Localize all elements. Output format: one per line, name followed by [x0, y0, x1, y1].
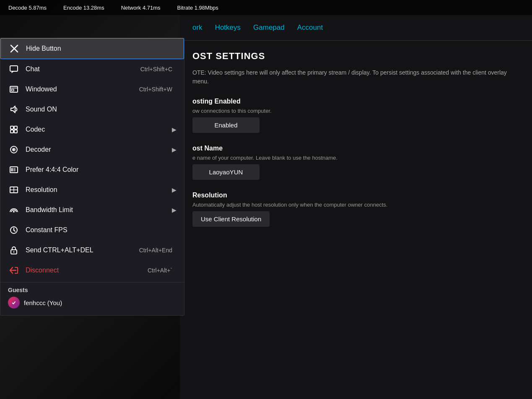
- menu-item-hide-button[interactable]: Hide Button: [0, 38, 184, 59]
- svg-rect-7: [10, 126, 13, 129]
- guest-name: fenhccc (You): [24, 299, 62, 306]
- menu-item-chat-label: Chat: [26, 65, 140, 73]
- color-icon: [8, 164, 20, 176]
- svg-marker-6: [11, 106, 15, 113]
- resolution-desc: Automatically adjust the host resolution…: [192, 202, 519, 208]
- menu-item-windowed-shortcut: Ctrl+Shift+W: [139, 86, 172, 93]
- settings-note: OTE: Video settings here will only affec…: [192, 68, 519, 86]
- menu-item-sound[interactable]: Sound ON: [0, 99, 184, 119]
- guests-label: Guests: [8, 287, 176, 293]
- tab-hotkeys[interactable]: Hotkeys: [215, 22, 241, 34]
- svg-point-19: [13, 211, 15, 212]
- menu-item-prefer-color[interactable]: Prefer 4:4:4 Color: [0, 160, 184, 180]
- svg-point-23: [13, 251, 15, 253]
- resolution-row: Resolution Automatically adjust the host…: [192, 192, 519, 227]
- hostname-label: ost Name: [192, 145, 519, 152]
- hosting-value-btn[interactable]: Enabled: [192, 117, 260, 133]
- resolution-icon: [8, 184, 20, 196]
- disconnect-icon: [8, 264, 20, 276]
- svg-point-21: [13, 230, 15, 231]
- menu-item-hide-button-label: Hide Button: [26, 45, 176, 52]
- stat-bitrate: Bitrate 1.98Mbps: [177, 5, 218, 11]
- tab-network[interactable]: ork: [192, 22, 202, 34]
- guest-avatar: [8, 297, 20, 308]
- bandwidth-icon: [8, 204, 20, 216]
- overlay-menu: Hide Button Chat Ctrl+Shift+C Windowed C…: [0, 38, 184, 316]
- settings-content: OST SETTINGS OTE: Video settings here wi…: [180, 41, 532, 249]
- resolution-value-btn[interactable]: Use Client Resolution: [192, 211, 270, 227]
- hosting-label: osting Enabled: [192, 98, 519, 105]
- resolution-label: Resolution: [192, 192, 519, 199]
- menu-item-send-cad-shortcut: Ctrl+Alt+End: [139, 247, 172, 254]
- resolution-arrow-icon: ▶: [172, 187, 176, 193]
- stat-decode: Decode 5.87ms: [8, 5, 47, 11]
- hosting-desc: ow connections to this computer.: [192, 108, 519, 114]
- guests-section: Guests fenhccc (You): [0, 282, 184, 311]
- svg-rect-2: [10, 66, 18, 71]
- menu-item-windowed-label: Windowed: [26, 86, 139, 93]
- svg-rect-9: [10, 130, 13, 133]
- menu-item-fps[interactable]: Constant FPS: [0, 220, 184, 240]
- menu-item-send-cad-label: Send CTRL+ALT+DEL: [26, 246, 139, 254]
- menu-item-windowed[interactable]: Windowed Ctrl+Shift+W: [0, 79, 184, 99]
- menu-item-bandwidth-label: Bandwidth Limit: [26, 206, 172, 214]
- menu-item-sound-label: Sound ON: [26, 106, 176, 113]
- hosting-row: osting Enabled ow connections to this co…: [192, 98, 519, 133]
- menu-item-chat[interactable]: Chat Ctrl+Shift+C: [0, 59, 184, 79]
- windowed-icon: [8, 83, 20, 95]
- decoder-arrow-icon: ▶: [172, 146, 176, 153]
- svg-rect-14: [11, 168, 13, 171]
- menu-item-codec-label: Codec: [26, 126, 172, 133]
- menu-item-disconnect[interactable]: Disconnect Ctrl+Alt+`: [0, 260, 184, 280]
- hide-icon: [8, 43, 20, 54]
- chat-icon: [8, 63, 20, 75]
- stat-encode: Encode 13.28ms: [63, 5, 104, 11]
- menu-item-chat-shortcut: Ctrl+Shift+C: [140, 66, 172, 73]
- svg-point-24: [10, 298, 18, 307]
- bandwidth-arrow-icon: ▶: [172, 207, 176, 213]
- lock-icon: [8, 244, 20, 256]
- menu-item-disconnect-shortcut: Ctrl+Alt+`: [148, 267, 172, 274]
- tab-gamepad[interactable]: Gamepad: [253, 22, 285, 34]
- settings-panel: ork Hotkeys Gamepad Account OST SETTINGS…: [180, 0, 532, 399]
- codec-icon: [8, 124, 20, 135]
- menu-item-bandwidth[interactable]: Bandwidth Limit ▶: [0, 200, 184, 220]
- menu-item-disconnect-label: Disconnect: [26, 267, 148, 274]
- sound-icon: [8, 104, 20, 115]
- svg-rect-8: [14, 126, 17, 129]
- fps-icon: [8, 224, 20, 236]
- settings-title: OST SETTINGS: [192, 51, 519, 62]
- menu-item-resolution-label: Resolution: [26, 186, 172, 194]
- menu-item-decoder[interactable]: Decoder ▶: [0, 140, 184, 160]
- stat-network: Network 4.71ms: [121, 5, 161, 11]
- menu-item-send-cad[interactable]: Send CTRL+ALT+DEL Ctrl+Alt+End: [0, 240, 184, 260]
- menu-item-fps-label: Constant FPS: [26, 226, 176, 234]
- svg-rect-15: [13, 168, 16, 171]
- menu-item-codec[interactable]: Codec ▶: [0, 119, 184, 140]
- hostname-desc: e name of your computer. Leave blank to …: [192, 155, 519, 161]
- codec-arrow-icon: ▶: [172, 126, 176, 133]
- hostname-value-btn[interactable]: LaoyaoYUN: [192, 164, 260, 180]
- menu-item-prefer-color-label: Prefer 4:4:4 Color: [26, 166, 176, 174]
- menu-item-resolution[interactable]: Resolution ▶: [0, 180, 184, 200]
- svg-rect-10: [14, 130, 17, 133]
- tab-account[interactable]: Account: [297, 22, 323, 34]
- svg-rect-5: [11, 89, 14, 91]
- decoder-icon: [8, 144, 20, 155]
- guest-item: fenhccc (You): [8, 297, 176, 308]
- hostname-row: ost Name e name of your computer. Leave …: [192, 145, 519, 180]
- stats-bar: Decode 5.87ms Encode 13.28ms Network 4.7…: [0, 0, 532, 15]
- menu-item-decoder-label: Decoder: [26, 146, 172, 153]
- settings-tabs: ork Hotkeys Gamepad Account: [180, 15, 532, 41]
